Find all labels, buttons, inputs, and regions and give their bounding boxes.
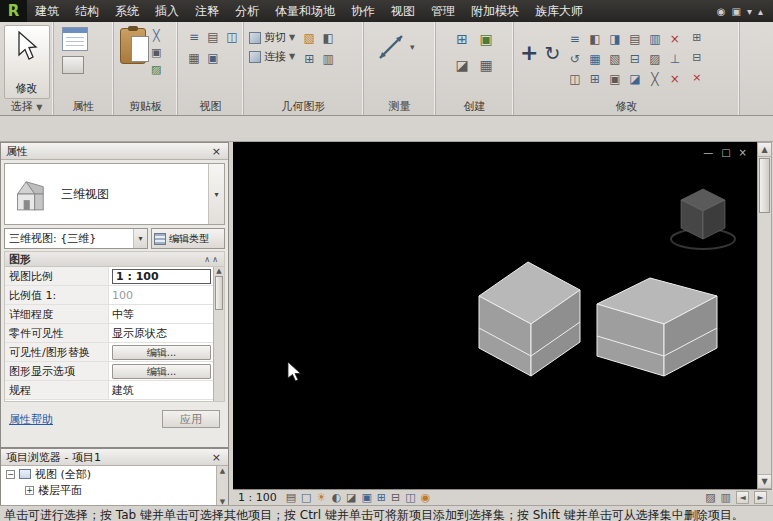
view-scale-button[interactable]: 1 : 100 <box>238 491 281 504</box>
display-options-edit-button[interactable]: 编辑... <box>112 364 211 379</box>
tab-insert[interactable]: 插入 <box>147 0 187 22</box>
detail-level-value[interactable]: 中等 <box>112 307 134 322</box>
create-assembly-icon[interactable]: ◪ <box>452 58 472 80</box>
join-geometry-button[interactable]: 连接 ▼ <box>249 47 295 66</box>
modify-tool-button[interactable]: 修改 <box>4 25 50 99</box>
split-face-icon[interactable]: ◧ <box>320 31 336 49</box>
worksharing-display-icon[interactable]: ▨ <box>705 491 715 504</box>
modify-extra2-icon[interactable]: ◪ <box>626 71 643 88</box>
create-parts-icon[interactable]: ▦ <box>476 58 496 80</box>
cut-geometry-button[interactable]: 剪切 ▼ <box>249 28 295 47</box>
cope-icon[interactable]: ▨ <box>646 51 663 68</box>
tab-annotate[interactable]: 注释 <box>187 0 227 22</box>
collapse-ribbon-icon[interactable]: ▴ <box>758 6 763 17</box>
create-group-icon[interactable]: ⊞ <box>452 32 472 54</box>
ribbon-display-dropdown-icon[interactable]: ▾ <box>747 6 752 17</box>
match-type-icon[interactable]: ▨ <box>151 63 161 76</box>
project-browser-title-bar[interactable]: 项目浏览器 - 项目1 × <box>1 449 228 466</box>
properties-title-bar[interactable]: 属性 × <box>1 143 228 160</box>
visual-style-icon[interactable]: □ <box>301 491 311 504</box>
edit-type-button[interactable]: 编辑类型 <box>151 228 225 249</box>
array-icon[interactable]: ▦ <box>586 51 603 68</box>
view-grid-icon[interactable]: ▦ <box>186 51 202 69</box>
tree-item-views[interactable]: − 视图 (全部) <box>1 466 228 482</box>
temporary-view-properties-icon[interactable]: ▥ <box>721 491 731 504</box>
tree-expand-icon[interactable]: + <box>25 486 34 495</box>
lock-view-icon[interactable]: ⊟ <box>391 491 400 504</box>
tab-family-library-master[interactable]: 族库大师 <box>527 0 591 22</box>
project-browser-close-icon[interactable]: × <box>210 451 223 464</box>
view-extra-icon[interactable]: ▣ <box>205 51 221 69</box>
tree-collapse-icon[interactable]: − <box>6 470 15 479</box>
delete-alt-icon[interactable]: × <box>666 71 683 88</box>
demolish-icon[interactable]: ⊞ <box>301 52 317 70</box>
view-profile-icon[interactable]: ◫ <box>224 30 240 48</box>
paste-icon[interactable] <box>120 28 146 64</box>
canvas-scroll-thumb[interactable] <box>759 158 770 213</box>
parts-visibility-value[interactable]: 显示原状态 <box>112 326 167 341</box>
split-icon[interactable]: ▥ <box>646 31 663 48</box>
rotate-icon[interactable]: ↻ <box>544 43 560 63</box>
project-browser-scrollbar[interactable]: ▲ ▼ <box>216 466 228 507</box>
tab-manage[interactable]: 管理 <box>423 0 463 22</box>
reveal-hidden-icon[interactable]: ◉ <box>421 491 431 504</box>
join-cut-icon[interactable]: ◫ <box>566 71 583 88</box>
canvas-vertical-scrollbar[interactable]: ▲ ▼ <box>757 142 772 489</box>
tree-item-floor-plans[interactable]: + 楼层平面 <box>1 482 228 498</box>
tab-massing-site[interactable]: 体量和场地 <box>267 0 343 22</box>
properties-help-link[interactable]: 属性帮助 <box>9 412 53 427</box>
tab-structure[interactable]: 结构 <box>67 0 107 22</box>
paint-icon[interactable]: ▧ <box>301 31 317 49</box>
properties-close-icon[interactable]: × <box>210 145 223 158</box>
thin-lines-icon[interactable]: ≡ <box>186 30 202 48</box>
type-selector-dropdown-icon[interactable]: ▾ <box>208 164 224 224</box>
ribbon-display-icon[interactable]: ▣ <box>731 6 740 17</box>
temporary-isolate-icon[interactable]: ◫ <box>405 491 415 504</box>
discipline-value[interactable]: 建筑 <box>112 383 134 398</box>
group-icon[interactable]: ⊟ <box>626 51 643 68</box>
info-icon[interactable]: ◉ <box>717 6 726 17</box>
offset-icon[interactable]: ◧ <box>586 31 603 48</box>
mini-collapse-icon[interactable]: ⊟ <box>689 51 704 68</box>
sun-path-icon[interactable]: ☀ <box>317 491 327 504</box>
type-selector[interactable]: 三维视图 ▾ <box>4 163 225 225</box>
section-collapse-icon[interactable]: ∧∧ <box>204 255 220 264</box>
family-types-icon[interactable] <box>62 56 84 74</box>
panel-label-select[interactable]: 选择 ▼ <box>0 99 53 115</box>
mirror-icon[interactable]: ◨ <box>606 31 623 48</box>
properties-scroll-thumb[interactable] <box>215 276 223 310</box>
pb-scroll-up-icon[interactable]: ▲ <box>217 467 228 475</box>
measure-dropdown-icon[interactable]: ▾ <box>410 42 415 52</box>
visibility-edit-button[interactable]: 编辑... <box>112 345 211 360</box>
trim-icon[interactable]: ▤ <box>626 31 643 48</box>
render-icon[interactable]: ◪ <box>346 491 356 504</box>
graphics-section-header[interactable]: 图形 ∧∧ <box>4 251 225 267</box>
unpin-icon[interactable]: ⊞ <box>586 71 603 88</box>
wall-joins-icon[interactable]: ▥ <box>320 52 336 70</box>
tab-analyze[interactable]: 分析 <box>227 0 267 22</box>
detail-level-icon[interactable]: ▤ <box>286 491 296 504</box>
canvas-scroll-left-icon[interactable]: ◄ <box>736 491 749 504</box>
pin-icon[interactable]: ⊥ <box>666 51 683 68</box>
hidden-lines-icon[interactable]: ▤ <box>205 30 221 48</box>
modify-extra3-icon[interactable]: ╳ <box>646 71 663 88</box>
view-instance-combo[interactable]: 三维视图: {三维} ▾ <box>4 228 148 249</box>
canvas-scroll-up-icon[interactable]: ▲ <box>758 143 771 157</box>
drawing-area[interactable]: — □ × <box>233 142 757 489</box>
show-crop-icon[interactable]: ⊞ <box>377 491 386 504</box>
move-icon[interactable]: + <box>520 42 538 64</box>
canvas-scroll-down-icon[interactable]: ▼ <box>758 474 771 488</box>
view-scale-input[interactable]: 1 : 100 <box>112 269 211 284</box>
shadows-icon[interactable]: ◐ <box>331 491 341 504</box>
modify-extra-icon[interactable]: ▣ <box>606 71 623 88</box>
properties-palette-icon[interactable] <box>62 27 88 51</box>
canvas-scroll-right-icon[interactable]: ► <box>754 491 767 504</box>
cut-icon[interactable]: ╳ <box>151 29 161 42</box>
delete-icon[interactable]: × <box>666 31 683 48</box>
mini-delete-icon[interactable]: × <box>689 71 704 88</box>
apply-button[interactable]: 应用 <box>162 410 220 428</box>
tab-addins[interactable]: 附加模块 <box>463 0 527 22</box>
app-logo[interactable]: R <box>0 0 27 22</box>
tab-collaborate[interactable]: 协作 <box>343 0 383 22</box>
properties-scrollbar[interactable]: ▲ <box>213 267 224 401</box>
